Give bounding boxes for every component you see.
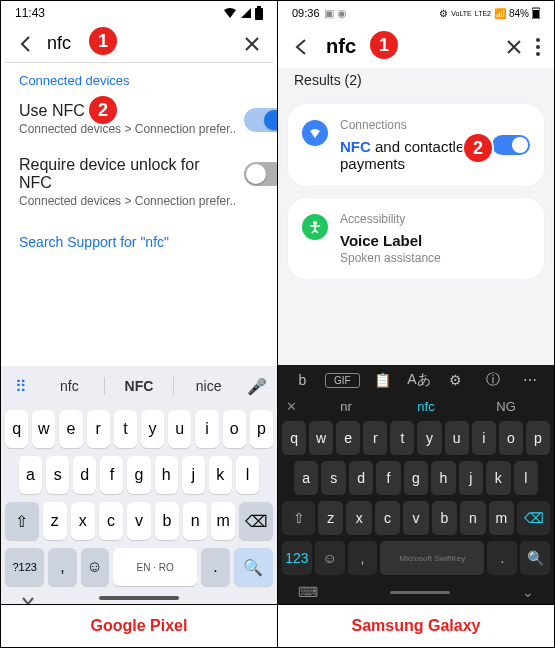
key[interactable]: k	[209, 456, 232, 494]
key[interactable]: m	[211, 502, 235, 540]
key[interactable]: d	[349, 461, 373, 495]
key[interactable]: b	[155, 502, 179, 540]
key[interactable]: g	[404, 461, 428, 495]
key[interactable]: l	[514, 461, 538, 495]
nav-home[interactable]	[390, 591, 450, 594]
key[interactable]: s	[46, 456, 69, 494]
comma-key[interactable]: ,	[348, 541, 378, 575]
shift-key[interactable]: ⇧	[282, 501, 315, 535]
key[interactable]: p	[250, 410, 273, 448]
clipboard-icon[interactable]: 📋	[368, 372, 397, 388]
key[interactable]: h	[155, 456, 178, 494]
more-icon[interactable]	[536, 38, 540, 56]
suggestion[interactable]: nice	[174, 372, 243, 400]
key[interactable]: w	[32, 410, 55, 448]
key[interactable]: u	[445, 421, 469, 455]
key[interactable]: b	[432, 501, 457, 535]
result-accessibility[interactable]: Accessibility Voice Label Spoken assista…	[288, 198, 544, 279]
toggle-switch[interactable]	[244, 162, 278, 186]
kb-toggle-icon[interactable]: ⌨	[298, 584, 318, 600]
key[interactable]: j	[182, 456, 205, 494]
key[interactable]: y	[417, 421, 441, 455]
key[interactable]: c	[99, 502, 123, 540]
key[interactable]: x	[346, 501, 371, 535]
setting-use-nfc[interactable]: Use NFC Connected devices > Connection p…	[1, 94, 277, 148]
key[interactable]: q	[282, 421, 306, 455]
key[interactable]: a	[294, 461, 318, 495]
collapse-icon[interactable]	[21, 596, 35, 604]
emoji-key[interactable]: ☺	[315, 541, 345, 575]
shift-key[interactable]: ⇧	[5, 502, 39, 540]
info-icon[interactable]: ⓘ	[478, 371, 507, 389]
back-icon[interactable]	[292, 37, 312, 57]
key[interactable]: z	[318, 501, 343, 535]
key[interactable]: y	[141, 410, 164, 448]
key[interactable]: q	[5, 410, 28, 448]
key[interactable]: r	[87, 410, 110, 448]
key[interactable]: v	[127, 502, 151, 540]
key[interactable]: t	[114, 410, 137, 448]
key[interactable]: h	[431, 461, 455, 495]
key[interactable]: m	[489, 501, 514, 535]
key[interactable]: j	[459, 461, 483, 495]
suggestion[interactable]: nfc	[35, 372, 104, 400]
search-support-link[interactable]: Search Support for "nfc"	[1, 220, 277, 264]
result-connections[interactable]: Connections NFC and contactless payments…	[288, 104, 544, 186]
search-key[interactable]: 🔍	[520, 541, 550, 575]
search-input[interactable]	[326, 35, 492, 58]
nav-handle[interactable]	[99, 596, 179, 600]
more-icon[interactable]: ⋯	[515, 372, 544, 388]
collapse-icon[interactable]: ⌄	[522, 584, 534, 600]
key[interactable]: v	[403, 501, 428, 535]
key[interactable]: x	[71, 502, 95, 540]
key[interactable]: c	[375, 501, 400, 535]
key[interactable]: n	[460, 501, 485, 535]
toggle-switch[interactable]	[244, 108, 278, 132]
key[interactable]: t	[390, 421, 414, 455]
apps-icon[interactable]: ⠿	[7, 372, 35, 400]
backspace-key[interactable]: ⌫	[239, 502, 273, 540]
period-key[interactable]: .	[201, 548, 229, 586]
key[interactable]: l	[236, 456, 259, 494]
search-key[interactable]: 🔍	[234, 548, 273, 586]
close-suggestions[interactable]: ✕	[286, 399, 306, 414]
clear-icon[interactable]	[243, 35, 261, 53]
space-key[interactable]: EN · RO	[113, 548, 198, 586]
key[interactable]: o	[223, 410, 246, 448]
suggestion[interactable]: NFC	[105, 372, 174, 400]
key[interactable]: f	[100, 456, 123, 494]
gif-icon[interactable]: GIF	[325, 373, 360, 388]
key[interactable]: z	[43, 502, 67, 540]
clear-icon[interactable]	[506, 39, 522, 55]
key[interactable]: w	[309, 421, 333, 455]
search-input[interactable]	[47, 33, 233, 54]
numbers-key[interactable]: 123	[282, 541, 312, 575]
key[interactable]: p	[526, 421, 550, 455]
suggestion[interactable]: NG	[466, 399, 546, 414]
key[interactable]: e	[336, 421, 360, 455]
emoji-key[interactable]: ☺	[81, 548, 109, 586]
translate-icon[interactable]: Aあ	[405, 371, 434, 389]
comma-key[interactable]: ,	[48, 548, 76, 586]
key[interactable]: r	[363, 421, 387, 455]
period-key[interactable]: .	[487, 541, 517, 575]
key[interactable]: k	[486, 461, 510, 495]
key[interactable]: i	[472, 421, 496, 455]
key[interactable]: g	[127, 456, 150, 494]
key[interactable]: n	[183, 502, 207, 540]
settings-icon[interactable]: ⚙	[441, 372, 470, 388]
numbers-key[interactable]: ?123	[5, 548, 44, 586]
space-key[interactable]: Microsoft SwiftKey	[380, 541, 484, 575]
key[interactable]: d	[73, 456, 96, 494]
bing-icon[interactable]: b	[288, 372, 317, 388]
suggestion[interactable]: nr	[306, 399, 386, 414]
suggestion[interactable]: nfc	[386, 399, 466, 414]
setting-require-unlock[interactable]: Require device unlock for NFC Connected …	[1, 148, 277, 220]
key[interactable]: i	[195, 410, 218, 448]
key[interactable]: a	[19, 456, 42, 494]
key[interactable]: f	[376, 461, 400, 495]
key[interactable]: o	[499, 421, 523, 455]
toggle-switch[interactable]	[492, 135, 530, 155]
mic-icon[interactable]: 🎤	[243, 372, 271, 400]
key[interactable]: u	[168, 410, 191, 448]
